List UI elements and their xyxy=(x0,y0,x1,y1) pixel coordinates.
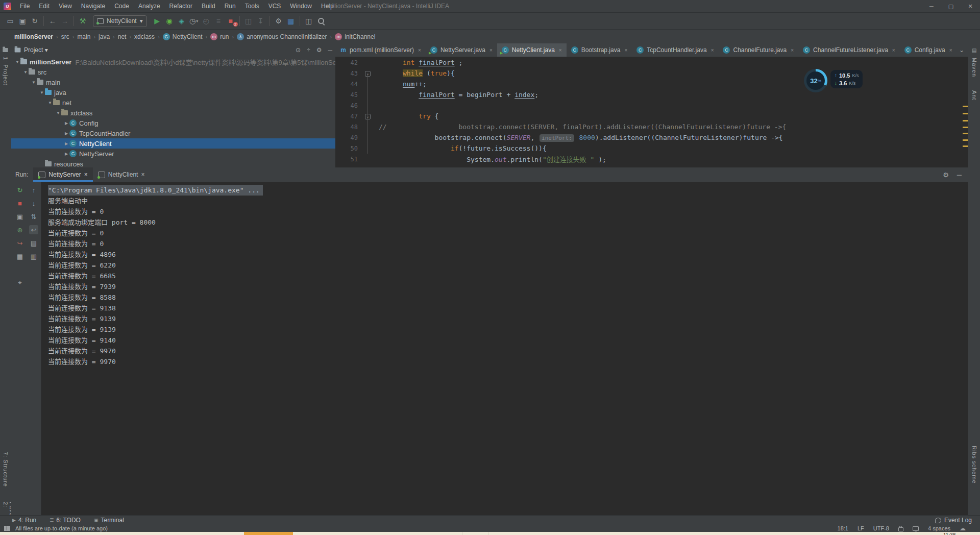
exit-button[interactable]: ↪ xyxy=(15,238,24,248)
pin-tab-button[interactable]: ⌖ xyxy=(15,278,24,287)
tree-item-java[interactable]: ▼java xyxy=(11,87,335,98)
tree-item-resources[interactable]: resources xyxy=(11,159,335,167)
breadcrumb-item-src[interactable]: src xyxy=(61,33,69,40)
minimize-button[interactable]: ─ xyxy=(922,0,941,12)
clear-all-button[interactable]: ▥ xyxy=(29,252,38,261)
back-button[interactable]: ← xyxy=(46,15,59,27)
editor-tab-nettyclient-java[interactable]: CNettyClient.java× xyxy=(497,43,567,57)
tool-button-event-log[interactable]: Event Log xyxy=(935,517,972,524)
close-tab-icon[interactable]: × xyxy=(892,47,895,53)
menu-view[interactable]: View xyxy=(54,0,77,12)
tool-button-4-run[interactable]: ▶4: Run xyxy=(12,517,36,524)
tree-toggle-icon[interactable]: ▶ xyxy=(63,131,69,136)
tree-toggle-icon[interactable]: ▼ xyxy=(47,101,53,105)
tree-item-main[interactable]: ▼main xyxy=(11,77,335,87)
console-output[interactable]: "C:\Program Files\Java\jdk1.8.0_241\bin\… xyxy=(48,182,957,517)
window-tool-button[interactable]: ◫ xyxy=(242,15,255,27)
console-tab-nettyserver[interactable]: NettyServer× xyxy=(33,167,92,182)
tree-item-nettyserver[interactable]: ▶CNettyServer xyxy=(11,149,335,159)
close-tab-icon[interactable]: × xyxy=(559,47,562,53)
close-tab-icon[interactable]: × xyxy=(791,47,794,53)
fold-marker-icon[interactable]: ⌄ xyxy=(365,114,371,119)
close-tab-icon[interactable]: × xyxy=(624,47,627,53)
menu-refactor[interactable]: Refactor xyxy=(165,0,197,12)
menu-build[interactable]: Build xyxy=(197,0,220,12)
encoding-indicator[interactable]: UTF-8 xyxy=(873,525,889,531)
debug-button[interactable]: ◉ xyxy=(163,15,176,27)
build-hammer-button[interactable]: ⚒ xyxy=(77,15,89,27)
search-everywhere-button[interactable] xyxy=(315,15,327,27)
stop-button[interactable]: ■2 xyxy=(225,15,237,27)
print-button[interactable]: ▤ xyxy=(29,238,38,248)
settings-button[interactable]: ⚙ xyxy=(316,46,322,54)
close-tab-icon[interactable]: × xyxy=(711,47,714,53)
editor-tab-bootstrap-java[interactable]: CBootstrap.java× xyxy=(567,43,632,57)
menu-code[interactable]: Code xyxy=(110,0,134,12)
tree-toggle-icon[interactable]: ▼ xyxy=(55,111,61,115)
breadcrumb-item-initchannel[interactable]: minitChannel xyxy=(335,33,375,40)
soft-wrap-button[interactable]: ↩ xyxy=(29,225,38,234)
run-with-coverage-button[interactable]: ◈ xyxy=(176,15,188,27)
editor-tab-channelfuturelistener-java[interactable]: CChannelFutureListener.java× xyxy=(798,43,900,57)
profile-button[interactable]: ◷▾ xyxy=(188,15,200,27)
breadcrumb-item-main[interactable]: main xyxy=(77,33,90,40)
tree-item-tcpcounthandler[interactable]: ▶CTcpCountHandler xyxy=(11,128,335,138)
tree-toggle-icon[interactable]: ▼ xyxy=(31,80,37,85)
tool-button-maven[interactable]: Maven xyxy=(971,58,977,77)
attach-profiler-button[interactable]: ◴ xyxy=(200,15,212,27)
restore-layout-button[interactable]: ⊕ xyxy=(15,225,24,234)
project-structure-button[interactable]: ▦ xyxy=(285,15,297,27)
tree-item-net[interactable]: ▼net xyxy=(11,98,335,108)
tree-toggle-icon[interactable]: ▶ xyxy=(63,141,69,146)
tab-list-chevron-icon[interactable]: ⌄ xyxy=(955,43,968,57)
close-tab-icon[interactable]: × xyxy=(84,171,88,178)
breadcrumb-item-nettyclient[interactable]: CNettyClient xyxy=(163,33,203,40)
sort-button[interactable]: ⇅ xyxy=(29,212,38,221)
cloud-settings-icon[interactable]: ☁ xyxy=(960,525,966,532)
update-project-button[interactable]: ↧ xyxy=(255,15,267,27)
down-stack-button[interactable]: ↓ xyxy=(29,199,38,208)
collapse-all-button[interactable]: ÷ xyxy=(307,46,310,54)
tool-button-terminal[interactable]: ▣Terminal xyxy=(94,517,124,524)
restore-layout-button[interactable]: ◫ xyxy=(303,15,315,27)
settings-wrench-button[interactable]: ⚙ xyxy=(273,15,285,27)
editor-tab-nettyserver-java[interactable]: CNettyServer.java× xyxy=(426,43,497,57)
menu-edit[interactable]: Edit xyxy=(34,0,54,12)
close-tab-icon[interactable]: × xyxy=(949,47,952,53)
tree-toggle-icon[interactable]: ▼ xyxy=(39,90,45,95)
synchronize-button[interactable]: ↻ xyxy=(29,15,41,27)
tool-window-switcher-icon[interactable] xyxy=(4,526,10,531)
menu-navigate[interactable]: Navigate xyxy=(77,0,110,12)
tree-item-config[interactable]: ▶CConfig xyxy=(11,118,335,128)
close-tab-icon[interactable]: × xyxy=(489,47,493,53)
console-tab-nettyclient[interactable]: NettyClient× xyxy=(93,167,150,182)
menu-run[interactable]: Run xyxy=(220,0,240,12)
save-all-button[interactable]: ▣ xyxy=(16,15,29,27)
forward-button[interactable]: → xyxy=(59,15,71,27)
stop-button[interactable]: ■ xyxy=(15,199,24,208)
menu-file[interactable]: File xyxy=(15,0,34,12)
menu-tools[interactable]: Tools xyxy=(240,0,264,12)
menu-analyze[interactable]: Analyze xyxy=(134,0,165,12)
rerun-button[interactable]: ↻ xyxy=(15,185,24,194)
breadcrumb-item-millionserver[interactable]: millionServer xyxy=(14,33,53,40)
project-view-selector[interactable]: Project ▾ xyxy=(24,46,48,54)
editor-tab-pom-xml-millionserver[interactable]: mpom.xml (millionServer)× xyxy=(335,43,426,57)
tool-button-6-todo[interactable]: ☰6: TODO xyxy=(50,517,81,524)
up-stack-button[interactable]: ↑ xyxy=(29,185,38,194)
close-tab-icon[interactable]: × xyxy=(418,47,421,53)
locate-button[interactable]: ⊙ xyxy=(296,46,301,54)
hide-button[interactable]: ─ xyxy=(328,46,332,54)
run-button[interactable]: ▶ xyxy=(151,15,163,27)
tree-toggle-icon[interactable]: ▼ xyxy=(22,70,29,75)
editor-tab-config-java[interactable]: CConfig.java× xyxy=(900,43,957,57)
menu-window[interactable]: Window xyxy=(285,0,316,12)
hide-button[interactable]: ─ xyxy=(957,171,962,179)
breadcrumb-item-anonymous-channelinitializer[interactable]: λanonymous ChannelInitializer xyxy=(237,33,327,40)
caret-position[interactable]: 18:1 xyxy=(838,525,848,531)
editor-tab-tcpcounthandler-java[interactable]: CTcpCountHandler.java× xyxy=(632,43,718,57)
open-button[interactable]: ▭ xyxy=(4,15,16,27)
breadcrumb-item-xdclass[interactable]: xdclass xyxy=(134,33,155,40)
dashboard-button[interactable]: ▦ xyxy=(15,252,24,261)
tool-button-project[interactable]: 1: Project xyxy=(3,57,9,85)
